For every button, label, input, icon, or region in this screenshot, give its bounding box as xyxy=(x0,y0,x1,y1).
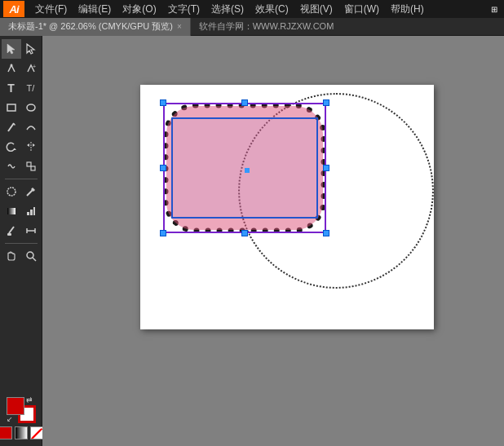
menu-bar: 文件(F) 编辑(E) 对象(O) 文字(T) 选择(S) 效果(C) 视图(V… xyxy=(29,2,430,16)
graph-tool[interactable] xyxy=(21,201,41,221)
type-tool[interactable]: T xyxy=(2,78,21,98)
tab-close-button[interactable]: × xyxy=(177,22,182,31)
menu-text[interactable]: 文字(T) xyxy=(162,2,206,16)
anchor-tool[interactable]: + xyxy=(21,59,41,78)
svg-rect-4 xyxy=(7,104,15,111)
svg-marker-1 xyxy=(27,44,34,54)
select-tool[interactable] xyxy=(2,39,21,59)
svg-marker-0 xyxy=(7,44,15,54)
tab-bar: 未标题-1* @ 262.06% (CMYK/GPU 预览) × 软件自学网：W… xyxy=(0,18,504,36)
canvas-area xyxy=(42,36,504,446)
color-mode-fill-button[interactable] xyxy=(0,426,12,439)
direct-select-tool[interactable] xyxy=(21,39,41,59)
canvas-page xyxy=(140,85,434,329)
title-bar: Ai 文件(F) 编辑(E) 对象(O) 文字(T) 选择(S) 效果(C) 视… xyxy=(0,0,504,18)
svg-rect-13 xyxy=(31,166,35,170)
color-mode-none-button[interactable] xyxy=(30,426,43,439)
measure-tool[interactable] xyxy=(21,221,41,241)
tool-row-9 xyxy=(2,201,41,221)
menu-view[interactable]: 视图(V) xyxy=(294,2,338,16)
tool-row-2: + xyxy=(2,59,41,78)
warp-tool[interactable] xyxy=(2,157,21,176)
menu-edit[interactable]: 编辑(E) xyxy=(73,2,117,16)
color-boxes-area: ⇄ ↙ xyxy=(0,397,43,439)
svg-line-6 xyxy=(8,123,14,131)
svg-marker-11 xyxy=(33,144,35,147)
app-logo: Ai xyxy=(3,1,24,17)
tool-row-11 xyxy=(2,246,41,266)
tab-extra-info: 软件自学网：WWW.RJZXW.COM xyxy=(191,20,343,33)
color-mode-row xyxy=(0,426,43,439)
toolbar: + T T/ xyxy=(0,36,42,446)
svg-marker-10 xyxy=(27,144,29,147)
svg-rect-22 xyxy=(7,233,11,236)
active-tab[interactable]: 未标题-1* @ 262.06% (CMYK/GPU 预览) × xyxy=(0,18,191,36)
zoom-tool[interactable] xyxy=(21,246,41,266)
svg-rect-19 xyxy=(30,210,33,215)
toolbar-separator-2 xyxy=(5,243,38,244)
window-controls: ⊞ xyxy=(488,2,501,15)
color-mode-gradient-button[interactable] xyxy=(15,426,28,439)
menu-object[interactable]: 对象(O) xyxy=(117,2,161,16)
menu-effect[interactable]: 效果(C) xyxy=(250,2,294,16)
tab-label: 未标题-1* @ 262.06% (CMYK/GPU 预览) xyxy=(8,20,173,33)
menu-select[interactable]: 选择(S) xyxy=(206,2,250,16)
tool-row-7 xyxy=(2,157,41,176)
svg-text:+: + xyxy=(33,64,36,69)
scale-tool[interactable] xyxy=(21,157,41,176)
svg-rect-20 xyxy=(33,207,35,215)
svg-point-26 xyxy=(27,252,33,258)
svg-point-14 xyxy=(7,188,15,196)
pen-tool[interactable] xyxy=(2,59,21,78)
path-type-tool[interactable]: T/ xyxy=(21,78,41,98)
menu-window[interactable]: 窗口(W) xyxy=(338,2,385,16)
tool-row-3: T T/ xyxy=(2,78,41,98)
reset-colors-icon[interactable]: ↙ xyxy=(7,415,16,425)
magic-wand-tool[interactable] xyxy=(21,182,41,201)
svg-point-2 xyxy=(10,64,12,67)
rotate-tool[interactable] xyxy=(2,137,21,157)
svg-line-15 xyxy=(27,190,33,196)
svg-line-21 xyxy=(9,227,14,233)
main-area: + T T/ xyxy=(0,36,504,446)
svg-rect-12 xyxy=(27,162,31,166)
fill-color-box[interactable] xyxy=(7,397,24,415)
reflect-tool[interactable] xyxy=(21,137,41,157)
tool-row-1 xyxy=(2,39,41,59)
swap-fill-stroke-icon[interactable]: ⇄ xyxy=(26,395,36,405)
toolbar-separator xyxy=(5,179,38,179)
tool-row-8 xyxy=(2,182,41,201)
svg-line-27 xyxy=(33,258,36,261)
grid-icon[interactable]: ⊞ xyxy=(488,2,501,15)
menu-help[interactable]: 帮助(H) xyxy=(385,2,430,16)
svg-rect-17 xyxy=(7,208,15,214)
eyedropper-tool[interactable] xyxy=(2,221,21,241)
gradient-tool[interactable] xyxy=(2,201,21,221)
tool-row-4 xyxy=(2,98,41,117)
lasso-tool[interactable] xyxy=(2,182,21,201)
rect-tool[interactable] xyxy=(2,98,21,117)
tool-row-10 xyxy=(2,221,41,241)
svg-marker-8 xyxy=(13,148,16,150)
smooth-tool[interactable] xyxy=(21,117,41,137)
tool-row-6 xyxy=(2,137,41,157)
tool-row-5 xyxy=(2,117,41,137)
ellipse-tool[interactable] xyxy=(21,98,41,117)
menu-file[interactable]: 文件(F) xyxy=(29,2,73,16)
pencil-tool[interactable] xyxy=(2,117,21,137)
hand-tool[interactable] xyxy=(2,246,21,266)
svg-point-5 xyxy=(27,104,35,111)
svg-rect-18 xyxy=(27,212,29,215)
fill-stroke-group: ⇄ ↙ xyxy=(7,397,36,423)
